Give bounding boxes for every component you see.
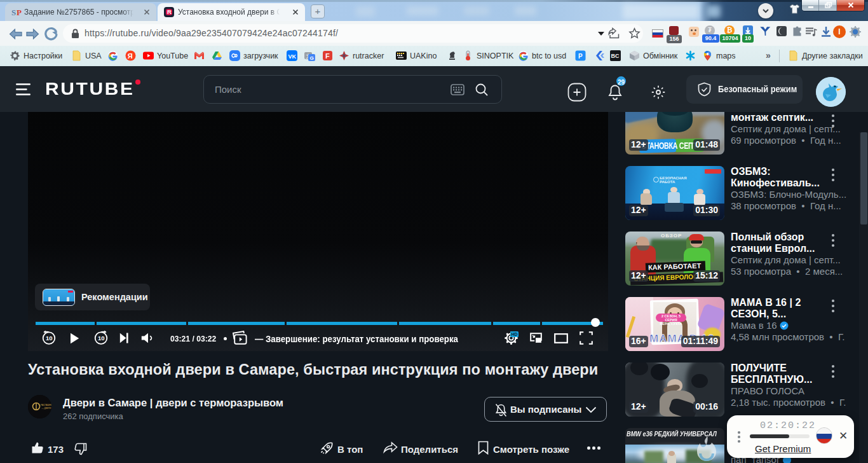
- svg-text:Я: Я: [128, 52, 133, 60]
- svg-text:10: 10: [46, 335, 53, 342]
- svg-text:РАСПАШНЫЕ: РАСПАШНЫЕ: [41, 404, 51, 406]
- svg-text:BC: BC: [611, 53, 620, 59]
- svg-text:P: P: [578, 53, 583, 60]
- svg-text:— ДВЕРИ —: — ДВЕРИ —: [42, 407, 52, 410]
- svg-text:R: R: [167, 8, 172, 15]
- svg-text:S: S: [11, 8, 16, 17]
- svg-text:G: G: [310, 55, 314, 61]
- svg-text:F: F: [325, 52, 330, 60]
- svg-text:VK: VK: [288, 53, 297, 60]
- svg-text:10: 10: [98, 335, 105, 342]
- svg-text:P: P: [17, 8, 22, 17]
